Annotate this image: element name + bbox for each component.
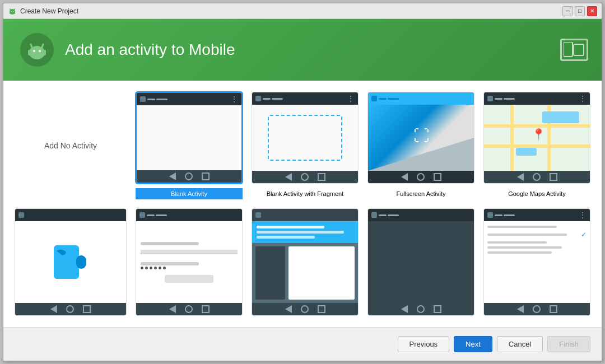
fragment-activity-label: Blank Activity with Fragment [252, 188, 359, 199]
previous-button[interactable]: Previous [398, 336, 450, 352]
svg-line-8 [31, 44, 32, 49]
settings-activity-thumb: ⋮ ✓ [483, 208, 590, 316]
title-controls: ─ □ ✕ [562, 6, 597, 16]
svg-rect-7 [29, 49, 45, 57]
navdrawer-activity-thumb [367, 208, 474, 316]
title-bar-left: Create New Project [8, 7, 78, 16]
header: Add an activity to Mobile [3, 19, 602, 81]
map-pin: 📍 [532, 128, 546, 141]
minimize-button[interactable]: ─ [562, 6, 573, 16]
activity-item-fullscreen[interactable]: ⛶ Fullscreen Activity [367, 92, 474, 199]
maps-activity-label: Google Maps Activity [483, 188, 590, 199]
activity-item-settings[interactable]: ⋮ ✓ [483, 208, 590, 316]
activity-item-no-activity[interactable]: Add No Activity [15, 92, 127, 199]
android-logo-svg [26, 39, 48, 61]
blank-activity-thumb: ⋮ [136, 92, 243, 184]
header-android-icon [20, 33, 54, 67]
svg-rect-14 [564, 42, 573, 57]
no-activity-label: Add No Activity [44, 141, 97, 150]
next-button[interactable]: Next [454, 336, 492, 352]
window-title: Create New Project [20, 7, 78, 15]
svg-rect-1 [10, 11, 15, 14]
fragment-activity-thumb: ⋮ [252, 92, 359, 184]
svg-line-9 [41, 44, 43, 49]
login-activity-thumb [136, 208, 243, 316]
cancel-button[interactable]: Cancel [497, 336, 543, 352]
blank-top-bar: ⋮ [137, 93, 241, 105]
phone-dot [140, 96, 146, 102]
device-icon [560, 39, 588, 61]
svg-point-10 [33, 50, 35, 52]
activity-item-maps[interactable]: ⋮ 📍 [483, 92, 590, 199]
svg-rect-12 [28, 50, 31, 55]
svg-point-4 [11, 11, 11, 11]
scrolling-activity-thumb [252, 208, 359, 316]
activity-item-scrolling[interactable] [252, 208, 359, 316]
svg-point-5 [13, 11, 13, 11]
page-title: Add an activity to Mobile [65, 41, 235, 59]
finish-button[interactable]: Finish [547, 336, 590, 352]
play-activity-thumb [15, 208, 127, 316]
activity-item-navdrawer[interactable] [367, 208, 474, 316]
maps-activity-thumb: ⋮ 📍 [483, 92, 590, 184]
android-title-icon [8, 7, 17, 16]
svg-point-11 [39, 50, 41, 52]
activity-item-fragment[interactable]: ⋮ Blank Activity with Fragment [252, 92, 359, 199]
activity-grid: Add No Activity ⋮ [15, 92, 590, 316]
svg-line-2 [10, 9, 11, 11]
fullscreen-activity-thumb: ⛶ [367, 92, 474, 184]
activity-item-play[interactable] [15, 208, 127, 316]
content-area: Add No Activity ⋮ [3, 81, 602, 327]
close-button[interactable]: ✕ [587, 6, 597, 16]
footer: Previous Next Cancel Finish [3, 327, 602, 361]
svg-rect-13 [43, 50, 46, 55]
blank-body [137, 105, 241, 170]
svg-line-3 [14, 9, 15, 11]
fullscreen-icon: ⛶ [413, 127, 429, 145]
svg-rect-18 [76, 255, 86, 269]
fullscreen-activity-label: Fullscreen Activity [367, 188, 474, 199]
main-window: Create New Project ─ □ ✕ Add an activity… [3, 3, 602, 361]
activity-item-blank[interactable]: ⋮ Blank Activity [136, 92, 243, 199]
maximize-button[interactable]: □ [575, 6, 585, 16]
title-bar: Create New Project ─ □ ✕ [3, 3, 602, 19]
activity-item-login[interactable] [136, 208, 243, 316]
blank-activity-label: Blank Activity [136, 188, 243, 199]
svg-rect-15 [574, 44, 584, 55]
